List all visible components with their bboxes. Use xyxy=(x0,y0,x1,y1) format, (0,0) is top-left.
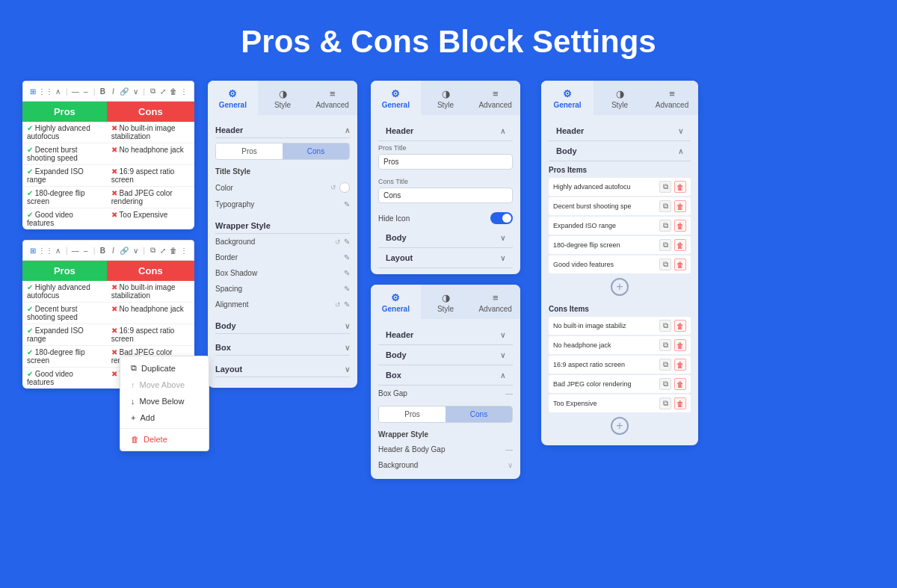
delete-item-btn[interactable]: 🗑 xyxy=(674,320,686,332)
tab-style-3[interactable]: ◑ Style xyxy=(421,285,471,319)
wrapper-style-header[interactable]: Wrapper Style xyxy=(215,217,350,234)
tab-general[interactable]: ⚙ General xyxy=(208,81,258,115)
bg-refresh-icon[interactable]: ↺ xyxy=(335,238,341,246)
italic-icon-2[interactable]: I xyxy=(109,244,117,256)
color-dot[interactable] xyxy=(339,182,350,193)
copy-icon[interactable]: ⧉ xyxy=(149,85,156,97)
dash-icon[interactable]: – xyxy=(82,85,90,97)
minus-icon-2[interactable]: — xyxy=(72,244,79,256)
box-section-header[interactable]: Box ∨ xyxy=(215,338,350,356)
context-duplicate[interactable]: ⧉ Duplicate xyxy=(120,359,209,377)
copy-item-btn[interactable]: ⧉ xyxy=(659,259,671,270)
chevron-up-icon[interactable]: ∧ xyxy=(55,85,62,97)
item-label: Highly advanced autofocu xyxy=(553,183,659,191)
align-edit-icon[interactable]: ✎ xyxy=(344,300,350,309)
dots-icon-2[interactable]: ⋮⋮ xyxy=(40,244,52,256)
cons-title-label: Cons Title xyxy=(378,178,513,185)
header-section-toggle[interactable]: Header ∧ xyxy=(215,121,350,138)
typography-edit-icon[interactable]: ✎ xyxy=(344,200,350,208)
copy-item-btn[interactable]: ⧉ xyxy=(659,378,671,390)
grid-icon-2[interactable]: ⊞ xyxy=(29,244,37,256)
link-icon[interactable]: 🔗 xyxy=(120,85,129,97)
minus-icon[interactable]: — xyxy=(72,85,79,97)
chevron-down-icon[interactable]: ∨ xyxy=(132,85,139,97)
copy-item-btn[interactable]: ⧉ xyxy=(659,397,671,409)
dots-icon[interactable]: ⋮⋮ xyxy=(40,85,52,97)
item-actions: ⧉ 🗑 xyxy=(659,339,686,351)
copy-item-btn[interactable]: ⧉ xyxy=(659,339,671,351)
more-icon-2[interactable]: ⋮ xyxy=(180,244,188,256)
refresh-icon[interactable]: ↺ xyxy=(330,184,336,191)
spacing-edit-icon[interactable]: ✎ xyxy=(344,285,350,293)
box-section-row[interactable]: Box ∧ xyxy=(378,365,513,386)
italic-icon[interactable]: I xyxy=(109,85,117,97)
trash-icon-2[interactable]: 🗑 xyxy=(170,244,177,256)
header-section-row[interactable]: Header ∧ xyxy=(378,121,513,141)
delete-item-btn[interactable]: 🗑 xyxy=(674,181,686,193)
move-icon-2[interactable]: ⤢ xyxy=(159,244,167,256)
delete-item-btn[interactable]: 🗑 xyxy=(674,259,686,270)
body-section-row[interactable]: Body ∨ xyxy=(378,228,513,248)
box-pros-btn[interactable]: Pros xyxy=(379,406,446,422)
tab-advanced-2[interactable]: ≡ Advanced xyxy=(470,81,520,115)
delete-item-btn[interactable]: 🗑 xyxy=(674,359,686,371)
context-delete[interactable]: 🗑 Delete xyxy=(120,431,209,448)
item-actions: ⧉ 🗑 xyxy=(659,181,686,193)
bg-edit-icon[interactable]: ✎ xyxy=(344,238,350,246)
copy-item-btn[interactable]: ⧉ xyxy=(659,359,671,371)
delete-item-btn[interactable]: 🗑 xyxy=(674,200,686,212)
header-section-row-2[interactable]: Header ∨ xyxy=(378,325,513,345)
move-icon[interactable]: ⤢ xyxy=(159,85,167,97)
tab-style[interactable]: ◑ Style xyxy=(258,81,308,115)
body-header-row[interactable]: Header ∨ xyxy=(549,121,691,141)
align-refresh-icon[interactable]: ↺ xyxy=(335,301,341,309)
pros-btn[interactable]: Pros xyxy=(216,143,283,159)
pros-cons-selector: Pros Cons xyxy=(215,143,350,160)
copy-item-btn[interactable]: ⧉ xyxy=(659,181,671,193)
tab-advanced-3[interactable]: ≡ Advanced xyxy=(470,285,520,319)
body-section-row-2[interactable]: Body ∨ xyxy=(378,345,513,365)
copy-item-btn[interactable]: ⧉ xyxy=(659,320,671,332)
link-icon-2[interactable]: 🔗 xyxy=(120,244,129,256)
tab-general-4[interactable]: ⚙ General xyxy=(541,81,594,115)
tab-general-3[interactable]: ⚙ General xyxy=(371,285,421,319)
delete-item-btn[interactable]: 🗑 xyxy=(674,239,686,251)
tab-general-2[interactable]: ⚙ General xyxy=(371,81,421,115)
dash-icon-2[interactable]: – xyxy=(82,244,90,256)
delete-item-btn[interactable]: 🗑 xyxy=(674,378,686,390)
delete-item-btn[interactable]: 🗑 xyxy=(674,397,686,409)
pros-title-input[interactable] xyxy=(378,154,513,170)
tab-advanced-4[interactable]: ≡ Advanced xyxy=(646,81,698,115)
cons-title-input[interactable] xyxy=(378,188,513,203)
add-pros-item-btn[interactable]: + xyxy=(611,278,629,296)
context-add[interactable]: + Add xyxy=(120,409,209,426)
more-icon[interactable]: ⋮ xyxy=(180,85,188,97)
bold-icon-2[interactable]: B xyxy=(99,244,106,256)
tab-style-2[interactable]: ◑ Style xyxy=(421,81,471,115)
context-move-above[interactable]: ↑ Move Above xyxy=(120,377,209,393)
body-body-row[interactable]: Body ∧ xyxy=(549,141,691,161)
body-section-header[interactable]: Body ∨ xyxy=(215,317,350,334)
trash-icon[interactable]: 🗑 xyxy=(170,85,177,97)
context-move-below[interactable]: ↓ Move Below xyxy=(120,393,209,409)
border-edit-icon[interactable]: ✎ xyxy=(344,253,350,261)
box-shadow-edit-icon[interactable]: ✎ xyxy=(344,269,350,277)
bold-icon[interactable]: B xyxy=(99,85,106,97)
layout-section-header[interactable]: Layout ∨ xyxy=(215,360,350,377)
copy-icon-2[interactable]: ⧉ xyxy=(149,244,156,256)
layout-section-row[interactable]: Layout ∨ xyxy=(378,248,513,268)
delete-item-btn[interactable]: 🗑 xyxy=(674,220,686,232)
copy-item-btn[interactable]: ⧉ xyxy=(659,239,671,251)
delete-item-btn[interactable]: 🗑 xyxy=(674,339,686,351)
copy-item-btn[interactable]: ⧉ xyxy=(659,200,671,212)
grid-icon[interactable]: ⊞ xyxy=(29,85,37,97)
hide-icon-toggle[interactable] xyxy=(490,212,513,224)
copy-item-btn[interactable]: ⧉ xyxy=(659,220,671,232)
chevron-up-icon-2[interactable]: ∧ xyxy=(55,244,62,256)
tab-advanced[interactable]: ≡ Advanced xyxy=(307,81,357,115)
chevron-down-icon-2[interactable]: ∨ xyxy=(132,244,139,256)
box-cons-btn[interactable]: Cons xyxy=(446,406,512,422)
add-cons-item-btn[interactable]: + xyxy=(611,417,629,435)
tab-style-4[interactable]: ◑ Style xyxy=(594,81,646,115)
cons-btn[interactable]: Cons xyxy=(283,143,349,159)
